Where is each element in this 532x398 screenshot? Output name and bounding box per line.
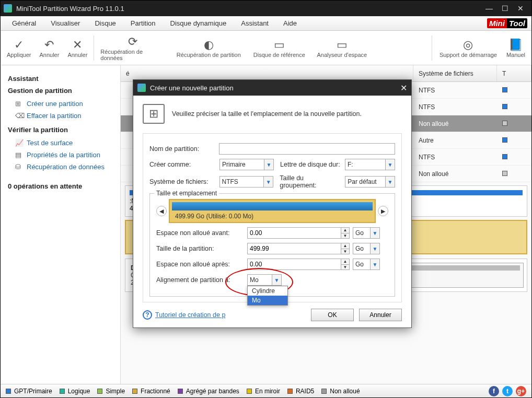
titlebar: MiniTool Partition Wizard Pro 11.0.1 — ☐… [1,1,531,16]
chevron-down-icon: ▼ [385,177,395,187]
partition-size-input[interactable] [247,243,341,254]
chevron-down-icon: ▼ [263,177,273,187]
legend-item: GPT/Primaire [6,388,52,395]
sidebar-pending-header: 0 opérations en attente [8,182,113,190]
partition-size-spinner[interactable]: ▲▼ [341,243,350,254]
partition-name-input[interactable] [219,143,395,155]
size-bar-fill [172,202,373,210]
label-after: Espace non alloué après: [156,261,247,268]
space-after-spinner[interactable]: ▲▼ [341,259,350,270]
create-partition-dialog: Créer une nouvelle partition ✕ ⊞ Veuille… [133,79,412,328]
apply-button[interactable]: ✓Appliquer [3,38,35,58]
ref-disk-button[interactable]: ▭Disque de référence [248,38,310,58]
label-cluster: Taille du groupement: [280,174,342,189]
drive-icon: ▭ [333,38,350,52]
gplus-icon[interactable]: g+ [516,386,526,396]
app-title: MiniTool Partition Wizard Pro 11.0.1 [16,5,124,13]
legend-item: Non alloué [321,388,360,395]
boot-media-button[interactable]: ◎Support de démarrage [434,38,502,58]
props-icon: ▤ [15,151,22,159]
unit-size-caret[interactable]: ▼ [371,243,380,254]
ok-button[interactable]: OK [311,309,354,321]
label-align: Alignement de partition à: [156,276,247,284]
unit-after-caret[interactable]: ▼ [371,259,380,270]
social-links: f t g+ [489,386,526,396]
chart-icon: 📈 [15,139,22,147]
sidebar: Assistant Gestion de partition ⊞Créer un… [1,65,121,384]
chevron-down-icon: ▼ [264,159,273,170]
space-after-input[interactable] [247,259,341,270]
minimize-button[interactable]: — [481,3,497,14]
legend-item: RAID5 [287,388,314,395]
unit-before-caret[interactable]: ▼ [371,227,380,239]
menu-partition[interactable]: Partition [123,18,163,29]
align-option-cylinder[interactable]: Cylindre [248,286,287,296]
menu-assistant[interactable]: Assistant [234,18,276,29]
plus-box-icon: ⊞ [15,100,22,108]
sidebar-partition-header: Gestion de partition [8,87,113,95]
sidebar-item-create[interactable]: ⊞Créer une partition [8,98,113,110]
label-before: Espace non alloué avant: [156,229,247,237]
align-dropdown: Cylindre Mo [247,286,288,306]
align-select[interactable]: Mo▼ [247,274,282,286]
dialog-icon [137,84,146,92]
size-bar-text: 499.99 Go (Utilisé: 0.00 Mo) [175,213,253,220]
label-size: Taille de la partition: [156,245,247,252]
sidebar-item-props[interactable]: ▤Propriétés de la partition [8,149,113,161]
close-button[interactable]: ✕ [513,3,528,14]
dialog-titlebar: Créer une nouvelle partition ✕ [133,80,411,96]
sidebar-item-recover[interactable]: ⛁Récupération de données [8,161,113,173]
menu-disk[interactable]: Disque [87,18,123,29]
eraser-icon: ⌫ [15,112,22,120]
tutorial-link[interactable]: Tutoriel de création de p [155,311,225,319]
twitter-icon[interactable]: t [502,386,513,396]
statusbar: GPT/PrimaireLogiqueSimpleFractionnéAgrég… [1,384,531,397]
menu-view[interactable]: Visualiser [43,18,87,29]
help-icon: ? [143,310,152,320]
cluster-select[interactable]: Par défaut▼ [345,176,395,188]
data-recovery-button[interactable]: ⟳Récupération de données [96,35,169,61]
drive-letter-select[interactable]: F:▼ [345,159,395,170]
size-left-button[interactable]: ◀ [156,206,167,216]
legend-item: Fractionné [132,388,170,395]
x-icon: ✕ [69,38,86,52]
manual-icon: 📘 [507,38,524,52]
create-as-select[interactable]: Primaire▼ [219,159,274,170]
size-bar[interactable]: 499.99 Go (Utilisé: 0.00 Mo) [169,199,376,223]
cancel-button[interactable]: ✕Annuler [63,38,91,58]
space-before-spinner[interactable]: ▲▼ [341,227,350,239]
menu-general[interactable]: Général [5,18,43,29]
space-analyzer-button[interactable]: ▭Analyseur d'espace [310,38,373,58]
legend-item: En miroir [247,388,280,395]
unit-after: Go [353,259,371,270]
size-fieldset: Taille et emplacement ◀ 499.99 Go (Utili… [149,193,395,297]
undo-button[interactable]: ↶Annuler [35,38,63,58]
maximize-button[interactable]: ☐ [497,3,513,14]
part-recovery-button[interactable]: ◐Récupération de partition [169,38,248,58]
size-right-button[interactable]: ▶ [378,206,388,216]
dialog-close-button[interactable]: ✕ [400,83,407,93]
th-type[interactable]: T [497,65,531,81]
drive-icon: ⛁ [15,163,22,171]
align-option-mo[interactable]: Mo [248,296,287,305]
brand-logo: Mini Tool [487,17,527,30]
label-drive: Lettre de disque dur: [280,161,340,168]
undo-icon: ↶ [41,38,57,52]
sidebar-assistant-header: Assistant [8,75,113,83]
manual-button[interactable]: 📘Manuel [502,38,529,58]
th-fs[interactable]: Système de fichiers [413,65,497,81]
space-before-input[interactable] [247,227,341,239]
menu-dynamic[interactable]: Disque dynamique [163,18,234,29]
cancel-button[interactable]: Annuler [359,309,402,321]
menu-help[interactable]: Aide [276,18,304,29]
label-name: Nom de partition: [149,145,216,153]
drive-scan-icon: ▭ [271,38,287,52]
fieldset-legend: Taille et emplacement [154,190,219,197]
legend-item: Agrégé par bandes [178,388,239,395]
fs-select[interactable]: NTFS▼ [219,176,274,188]
sidebar-item-surface[interactable]: 📈Test de surface [8,137,113,149]
label-createas: Créer comme: [149,161,216,168]
unit-before: Go [353,227,371,239]
facebook-icon[interactable]: f [489,386,499,396]
sidebar-item-wipe[interactable]: ⌫Effacer la partition [8,110,113,122]
